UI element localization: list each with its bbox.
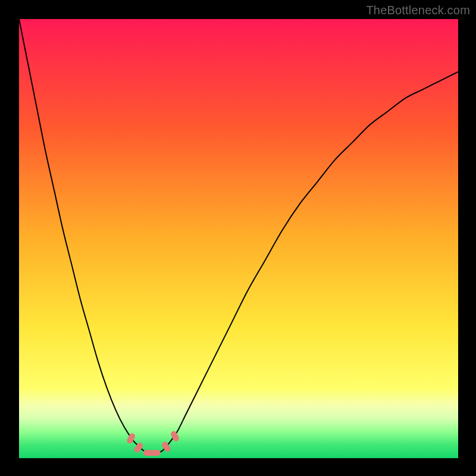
watermark-text: TheBottleneck.com (366, 4, 470, 17)
chart-frame: TheBottleneck.com (0, 0, 476, 476)
plot-area (19, 19, 458, 458)
gradient-background (19, 19, 458, 458)
chart-svg (19, 19, 458, 458)
highlight-pill (150, 450, 161, 456)
